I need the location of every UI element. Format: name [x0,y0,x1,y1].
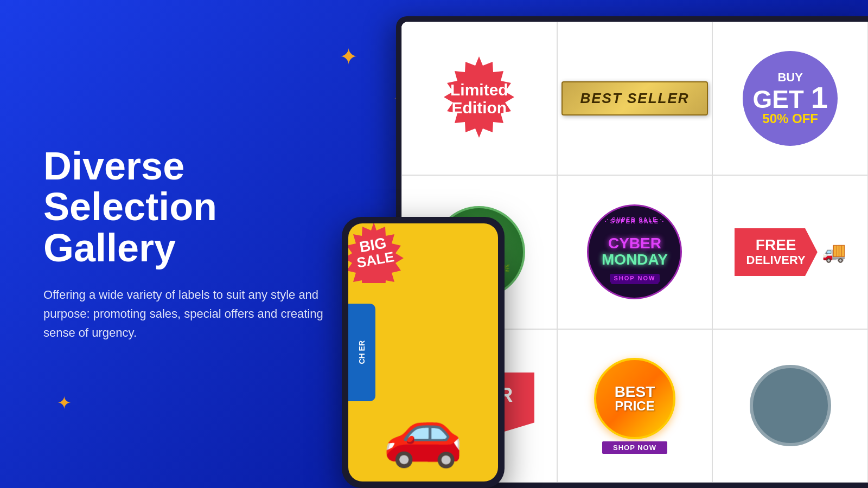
card-free-delivery: FREE DELIVERY 🚚 [712,175,868,329]
best-price-badge: BEST PRICE SHOP NOW [594,358,675,454]
cyber-monday-badge: · SUPER SALE · CYBER MONDAY SHOP NOW [587,204,682,299]
shop-now-label: SHOP NOW [611,276,658,284]
buy-get-badge: BUY GET 1 50% OFF [743,51,838,146]
cyber-text: CYBER [608,236,661,251]
limited-edition-text: Limited Edition [435,81,524,117]
card-teal [712,329,868,483]
truck-icon: 🚚 [822,241,846,264]
car-image: 🚗 [382,394,464,471]
price-text: PRICE [615,400,654,413]
off-label: 50% OFF [752,112,828,126]
best-seller-text: BEST SELLER [580,90,689,106]
free-delivery-container: FREE DELIVERY 🚚 [735,228,846,277]
left-panel: Diverse Selection Gallery Offering a wid… [0,0,380,488]
card-buy-get: BUY GET 1 50% OFF [712,22,868,175]
phone-device: BIG SALE 🚗 CH ER [342,217,505,488]
big-sale-sticker: BIG SALE [348,223,405,283]
shop-now-tag: SHOP NOW [602,441,667,454]
card-best-seller: BEST SELLER [557,22,713,175]
card-best-price: BEST PRICE SHOP NOW [557,329,713,483]
card-cyber-monday: · SUPER SALE · CYBER MONDAY SHOP NOW [557,175,713,329]
get-num: GET 1 [752,84,828,111]
phone-screen: BIG SALE 🚗 CH ER [348,223,498,481]
free-text: FREE [746,237,806,254]
page-subtitle: Offering a wide variety of labels to sui… [43,285,326,343]
blue-side-badge: CH ER [348,304,375,401]
page-title: Diverse Selection Gallery [43,146,336,269]
best-text: BEST [615,384,655,400]
sparkle-icon-3: ✦ [57,393,72,413]
card-limited-edition: Limited Edition [401,22,557,175]
blue-badge-text: CH ER [358,341,366,364]
delivery-text: DELIVERY [746,253,806,267]
teal-circle-badge [750,365,831,446]
sparkle-icon-1: ✦ [339,43,358,70]
best-price-circle: BEST PRICE [594,358,675,439]
free-delivery-badge: FREE DELIVERY [735,228,818,277]
buy-get-text: BUY GET 1 50% OFF [752,71,828,126]
super-sale-label: · SUPER SALE · [607,217,662,223]
best-seller-badge: BEST SELLER [561,81,707,115]
monday-text: MONDAY [602,251,668,268]
